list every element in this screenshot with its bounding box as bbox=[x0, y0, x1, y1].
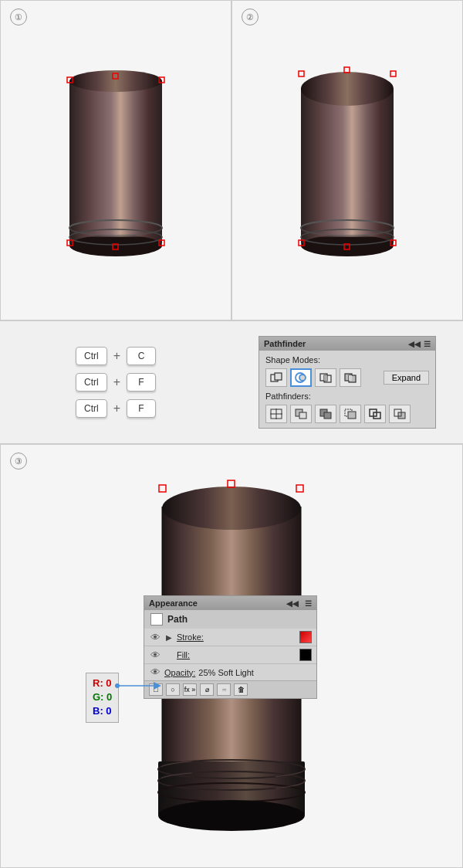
key-f-1: F bbox=[127, 373, 156, 392]
appearance-collapse-btn[interactable]: ◀◀ bbox=[286, 599, 299, 608]
intersect-icon[interactable] bbox=[315, 368, 336, 387]
appearance-path-row: Path bbox=[144, 610, 316, 629]
svg-rect-58 bbox=[159, 485, 166, 492]
divide-icon[interactable] bbox=[265, 405, 287, 423]
fill-expand-spacer bbox=[164, 651, 174, 659]
appearance-panel: Appearance ◀◀ ☰ Path 👁 ▶ Stroke: 👁 bbox=[144, 595, 317, 699]
svg-rect-40 bbox=[324, 412, 331, 419]
stroke-swatch[interactable] bbox=[299, 631, 312, 643]
path-icon-box bbox=[150, 613, 163, 626]
key-row-2: Ctrl + F bbox=[76, 373, 156, 392]
appearance-menu-btn[interactable]: ☰ bbox=[305, 599, 312, 608]
pathfinders-label: Pathfinders: bbox=[265, 392, 429, 401]
fill-visibility-eye[interactable]: 👁 bbox=[149, 649, 161, 661]
pathfinders-row bbox=[265, 405, 429, 423]
unite-icon[interactable] bbox=[265, 368, 287, 387]
svg-point-48 bbox=[162, 487, 301, 530]
rgb-r-value: R: 0 bbox=[93, 676, 112, 690]
svg-point-62 bbox=[115, 683, 120, 688]
pathfinder-titlebar: Pathfinder ◀◀ ☰ bbox=[259, 337, 435, 351]
svg-rect-25 bbox=[275, 373, 282, 380]
rgb-box: R: 0 G: 0 B: 0 bbox=[86, 673, 119, 723]
panel-1: ① bbox=[0, 0, 231, 320]
pathfinder-title: Pathfinder bbox=[264, 339, 306, 348]
key-f-2: F bbox=[127, 399, 156, 418]
stroke-visibility-eye[interactable]: 👁 bbox=[149, 632, 161, 643]
svg-rect-59 bbox=[228, 480, 235, 487]
panel-3-number: ③ bbox=[10, 453, 27, 470]
opacity-row: 👁 Opacity: 25% Soft Light bbox=[144, 664, 316, 680]
cylinder-2 bbox=[286, 49, 409, 273]
trim-icon[interactable] bbox=[290, 405, 312, 423]
key-c: C bbox=[127, 347, 156, 365]
svg-point-14 bbox=[301, 235, 394, 256]
merge-icon[interactable] bbox=[315, 405, 336, 423]
svg-point-57 bbox=[158, 800, 305, 831]
pathfinder-panel: Pathfinder ◀◀ ☰ Shape Modes: bbox=[259, 336, 436, 429]
connector-arrow bbox=[115, 678, 161, 693]
minus-back-icon[interactable] bbox=[389, 405, 411, 423]
crop-icon[interactable] bbox=[340, 405, 361, 423]
svg-point-27 bbox=[299, 375, 306, 381]
pathfinder-container: Pathfinder ◀◀ ☰ Shape Modes: bbox=[231, 321, 463, 443]
key-ctrl-3: Ctrl bbox=[76, 399, 107, 418]
ap-btn-circle[interactable]: ○ bbox=[166, 683, 180, 696]
svg-rect-30 bbox=[324, 375, 327, 381]
ap-btn-fx[interactable]: fx » bbox=[183, 683, 197, 696]
fill-label[interactable]: Fill: bbox=[177, 650, 296, 659]
svg-rect-33 bbox=[349, 375, 352, 381]
svg-rect-60 bbox=[296, 485, 303, 492]
shape-modes-label: Shape Modes: bbox=[265, 355, 429, 364]
stroke-row: 👁 ▶ Stroke: bbox=[144, 629, 316, 646]
panel-1-number: ① bbox=[10, 8, 27, 25]
plus-3: + bbox=[113, 402, 120, 415]
opacity-value: 25% Soft Light bbox=[198, 668, 254, 677]
expand-button[interactable]: Expand bbox=[384, 371, 429, 385]
exclude-icon[interactable] bbox=[340, 368, 361, 387]
bottom-panel: ③ bbox=[0, 444, 463, 868]
ap-btn-slash[interactable]: ⌀ bbox=[200, 683, 214, 696]
key-ctrl-1: Ctrl bbox=[76, 347, 107, 365]
keyboard-panel: Ctrl + C Ctrl + F Ctrl + F bbox=[0, 321, 231, 443]
minus-front-icon[interactable] bbox=[290, 368, 312, 387]
cylinder-1 bbox=[54, 49, 177, 273]
stroke-expand-arrow[interactable]: ▶ bbox=[164, 633, 174, 642]
panel-2: ② bbox=[231, 0, 463, 320]
key-row-3: Ctrl + F bbox=[76, 399, 156, 418]
pathfinder-controls: ◀◀ ☰ bbox=[408, 340, 431, 348]
svg-rect-20 bbox=[390, 71, 396, 76]
pathfinder-collapse-btn[interactable]: ◀◀ bbox=[408, 340, 421, 348]
svg-point-2 bbox=[69, 235, 162, 256]
svg-rect-18 bbox=[299, 71, 304, 76]
appearance-titlebar: Appearance ◀◀ ☰ bbox=[144, 596, 316, 610]
key-row-1: Ctrl + C bbox=[76, 347, 156, 365]
fill-swatch[interactable] bbox=[299, 649, 312, 661]
plus-1: + bbox=[113, 349, 120, 363]
svg-rect-38 bbox=[299, 412, 306, 419]
svg-marker-63 bbox=[154, 682, 161, 690]
middle-row: Ctrl + C Ctrl + F Ctrl + F Pathfinder ◀◀… bbox=[0, 320, 463, 444]
ap-btn-copy[interactable]: ⎓ bbox=[217, 683, 231, 696]
stroke-label[interactable]: Stroke: bbox=[177, 632, 296, 642]
pathfinder-body: Shape Modes: bbox=[259, 351, 435, 428]
outline-icon[interactable] bbox=[364, 405, 386, 423]
rgb-b-value: B: 0 bbox=[93, 704, 112, 718]
appearance-titlebar-controls: ◀◀ ☰ bbox=[286, 599, 312, 608]
shape-modes-row: Expand bbox=[265, 368, 429, 387]
top-row: ① bbox=[0, 0, 463, 320]
fill-row: 👁 Fill: bbox=[144, 646, 316, 664]
opacity-visibility-eye[interactable]: 👁 bbox=[149, 666, 161, 678]
svg-rect-42 bbox=[348, 412, 356, 419]
panel-2-number: ② bbox=[242, 8, 259, 25]
pathfinder-menu-btn[interactable]: ☰ bbox=[424, 340, 431, 348]
key-ctrl-2: Ctrl bbox=[76, 373, 107, 392]
appearance-path-label: Path bbox=[167, 614, 188, 625]
rgb-g-value: G: 0 bbox=[93, 690, 112, 704]
plus-2: + bbox=[113, 375, 120, 389]
svg-point-13 bbox=[301, 72, 394, 106]
opacity-label[interactable]: Opacity: bbox=[164, 668, 195, 677]
appearance-toolbar: □ ○ fx » ⌀ ⎓ 🗑 bbox=[144, 680, 316, 698]
ap-btn-delete[interactable]: 🗑 bbox=[234, 683, 248, 696]
appearance-title: Appearance bbox=[149, 598, 198, 608]
svg-rect-19 bbox=[344, 67, 350, 73]
